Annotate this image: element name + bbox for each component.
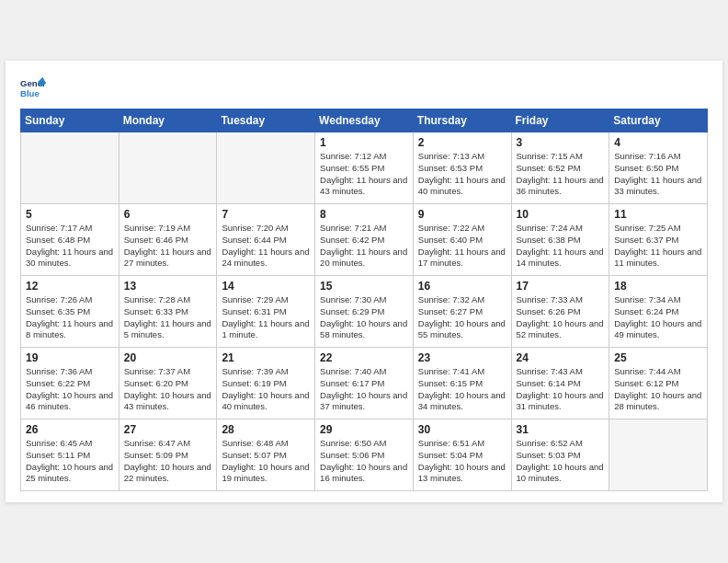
weekday-header-wednesday: Wednesday xyxy=(315,109,414,132)
day-number: 7 xyxy=(222,208,310,221)
cell-info: Sunrise: 7:16 AMSunset: 6:50 PMDaylight:… xyxy=(614,151,702,198)
day-cell-18: 18Sunrise: 7:34 AMSunset: 6:24 PMDayligh… xyxy=(609,276,708,348)
day-number: 12 xyxy=(26,280,114,293)
cell-info: Sunrise: 7:28 AMSunset: 6:33 PMDaylight:… xyxy=(124,294,212,341)
day-cell-21: 21Sunrise: 7:39 AMSunset: 6:19 PMDayligh… xyxy=(217,348,315,419)
day-cell-8: 8Sunrise: 7:21 AMSunset: 6:42 PMDaylight… xyxy=(315,204,414,276)
cell-info: Sunrise: 7:43 AMSunset: 6:14 PMDaylight:… xyxy=(517,366,605,413)
cell-info: Sunrise: 7:22 AMSunset: 6:40 PMDaylight:… xyxy=(418,223,506,270)
week-row-3: 19Sunrise: 7:36 AMSunset: 6:22 PMDayligh… xyxy=(21,348,708,419)
day-number: 20 xyxy=(124,351,212,364)
weekday-header-tuesday: Tuesday xyxy=(217,109,315,132)
day-cell-14: 14Sunrise: 7:29 AMSunset: 6:31 PMDayligh… xyxy=(217,276,315,348)
day-cell-9: 9Sunrise: 7:22 AMSunset: 6:40 PMDaylight… xyxy=(413,204,511,276)
day-number: 19 xyxy=(26,351,114,364)
day-cell-19: 19Sunrise: 7:36 AMSunset: 6:22 PMDayligh… xyxy=(21,348,119,419)
cell-info: Sunrise: 7:30 AMSunset: 6:29 PMDaylight:… xyxy=(320,294,408,341)
day-cell-10: 10Sunrise: 7:24 AMSunset: 6:38 PMDayligh… xyxy=(511,204,609,276)
cell-info: Sunrise: 7:15 AMSunset: 6:52 PMDaylight:… xyxy=(517,151,605,198)
cell-info: Sunrise: 6:51 AMSunset: 5:04 PMDaylight:… xyxy=(418,438,506,485)
cell-info: Sunrise: 6:50 AMSunset: 5:06 PMDaylight:… xyxy=(320,438,408,485)
logo: General Blue xyxy=(20,75,46,101)
day-number: 22 xyxy=(320,351,408,364)
day-number: 30 xyxy=(418,423,506,436)
cell-info: Sunrise: 7:17 AMSunset: 6:48 PMDaylight:… xyxy=(26,223,114,270)
weekday-header-friday: Friday xyxy=(511,109,609,132)
day-cell-26: 26Sunrise: 6:45 AMSunset: 5:11 PMDayligh… xyxy=(21,419,119,491)
cell-info: Sunrise: 7:33 AMSunset: 6:26 PMDaylight:… xyxy=(517,294,605,341)
day-number: 14 xyxy=(222,280,310,293)
day-number: 2 xyxy=(418,136,506,149)
cell-info: Sunrise: 7:26 AMSunset: 6:35 PMDaylight:… xyxy=(26,294,114,341)
day-cell-4: 4Sunrise: 7:16 AMSunset: 6:50 PMDaylight… xyxy=(609,132,708,204)
day-number: 3 xyxy=(517,136,605,149)
day-number: 27 xyxy=(124,423,212,436)
day-cell-7: 7Sunrise: 7:20 AMSunset: 6:44 PMDaylight… xyxy=(217,204,315,276)
day-cell-20: 20Sunrise: 7:37 AMSunset: 6:20 PMDayligh… xyxy=(119,348,217,419)
empty-cell xyxy=(21,132,119,204)
day-number: 28 xyxy=(222,423,310,436)
week-row-0: 1Sunrise: 7:12 AMSunset: 6:55 PMDaylight… xyxy=(21,132,708,204)
day-number: 21 xyxy=(222,351,310,364)
day-number: 13 xyxy=(124,280,212,293)
cell-info: Sunrise: 7:40 AMSunset: 6:17 PMDaylight:… xyxy=(320,366,408,413)
calendar-container: General Blue SundayMondayTuesdayWednesda… xyxy=(6,61,722,502)
weekday-header-monday: Monday xyxy=(119,109,217,132)
cell-info: Sunrise: 7:12 AMSunset: 6:55 PMDaylight:… xyxy=(320,151,408,198)
cell-info: Sunrise: 7:24 AMSunset: 6:38 PMDaylight:… xyxy=(517,223,605,270)
week-row-4: 26Sunrise: 6:45 AMSunset: 5:11 PMDayligh… xyxy=(21,419,708,491)
week-row-2: 12Sunrise: 7:26 AMSunset: 6:35 PMDayligh… xyxy=(21,276,708,348)
day-number: 26 xyxy=(26,423,114,436)
day-cell-5: 5Sunrise: 7:17 AMSunset: 6:48 PMDaylight… xyxy=(21,204,119,276)
cell-info: Sunrise: 7:44 AMSunset: 6:12 PMDaylight:… xyxy=(614,366,702,413)
cell-info: Sunrise: 7:19 AMSunset: 6:46 PMDaylight:… xyxy=(124,223,212,270)
day-number: 18 xyxy=(614,280,702,293)
cell-info: Sunrise: 7:13 AMSunset: 6:53 PMDaylight:… xyxy=(418,151,506,198)
calendar-header: General Blue xyxy=(20,75,708,101)
cell-info: Sunrise: 6:48 AMSunset: 5:07 PMDaylight:… xyxy=(222,438,310,485)
calendar-table: SundayMondayTuesdayWednesdayThursdayFrid… xyxy=(20,109,708,491)
cell-info: Sunrise: 6:45 AMSunset: 5:11 PMDaylight:… xyxy=(26,438,114,485)
day-cell-1: 1Sunrise: 7:12 AMSunset: 6:55 PMDaylight… xyxy=(315,132,414,204)
empty-cell xyxy=(217,132,315,204)
day-cell-11: 11Sunrise: 7:25 AMSunset: 6:37 PMDayligh… xyxy=(609,204,708,276)
day-cell-17: 17Sunrise: 7:33 AMSunset: 6:26 PMDayligh… xyxy=(511,276,609,348)
empty-cell xyxy=(119,132,217,204)
day-cell-15: 15Sunrise: 7:30 AMSunset: 6:29 PMDayligh… xyxy=(315,276,414,348)
day-cell-30: 30Sunrise: 6:51 AMSunset: 5:04 PMDayligh… xyxy=(413,419,511,491)
day-cell-29: 29Sunrise: 6:50 AMSunset: 5:06 PMDayligh… xyxy=(315,419,414,491)
day-cell-22: 22Sunrise: 7:40 AMSunset: 6:17 PMDayligh… xyxy=(315,348,414,419)
day-cell-16: 16Sunrise: 7:32 AMSunset: 6:27 PMDayligh… xyxy=(413,276,511,348)
day-number: 15 xyxy=(320,280,408,293)
cell-info: Sunrise: 7:41 AMSunset: 6:15 PMDaylight:… xyxy=(418,366,506,413)
cell-info: Sunrise: 7:25 AMSunset: 6:37 PMDaylight:… xyxy=(614,223,702,270)
day-number: 5 xyxy=(26,208,114,221)
day-number: 1 xyxy=(320,136,408,149)
day-cell-2: 2Sunrise: 7:13 AMSunset: 6:53 PMDaylight… xyxy=(413,132,511,204)
day-number: 17 xyxy=(517,280,605,293)
day-cell-3: 3Sunrise: 7:15 AMSunset: 6:52 PMDaylight… xyxy=(511,132,609,204)
cell-info: Sunrise: 6:52 AMSunset: 5:03 PMDaylight:… xyxy=(517,438,605,485)
day-cell-24: 24Sunrise: 7:43 AMSunset: 6:14 PMDayligh… xyxy=(511,348,609,419)
cell-info: Sunrise: 7:21 AMSunset: 6:42 PMDaylight:… xyxy=(320,223,408,270)
svg-text:Blue: Blue xyxy=(20,88,40,98)
day-number: 29 xyxy=(320,423,408,436)
day-number: 23 xyxy=(418,351,506,364)
day-number: 10 xyxy=(517,208,605,221)
day-cell-12: 12Sunrise: 7:26 AMSunset: 6:35 PMDayligh… xyxy=(21,276,119,348)
day-number: 4 xyxy=(614,136,702,149)
empty-cell xyxy=(609,419,708,491)
day-number: 11 xyxy=(614,208,702,221)
weekday-header-sunday: Sunday xyxy=(21,109,119,132)
day-cell-31: 31Sunrise: 6:52 AMSunset: 5:03 PMDayligh… xyxy=(511,419,609,491)
week-row-1: 5Sunrise: 7:17 AMSunset: 6:48 PMDaylight… xyxy=(21,204,708,276)
day-number: 25 xyxy=(614,351,702,364)
day-number: 16 xyxy=(418,280,506,293)
logo-icon: General Blue xyxy=(20,75,46,101)
cell-info: Sunrise: 7:29 AMSunset: 6:31 PMDaylight:… xyxy=(222,294,310,341)
day-cell-6: 6Sunrise: 7:19 AMSunset: 6:46 PMDaylight… xyxy=(119,204,217,276)
weekday-header-saturday: Saturday xyxy=(609,109,708,132)
day-cell-13: 13Sunrise: 7:28 AMSunset: 6:33 PMDayligh… xyxy=(119,276,217,348)
day-cell-27: 27Sunrise: 6:47 AMSunset: 5:09 PMDayligh… xyxy=(119,419,217,491)
cell-info: Sunrise: 7:34 AMSunset: 6:24 PMDaylight:… xyxy=(614,294,702,341)
